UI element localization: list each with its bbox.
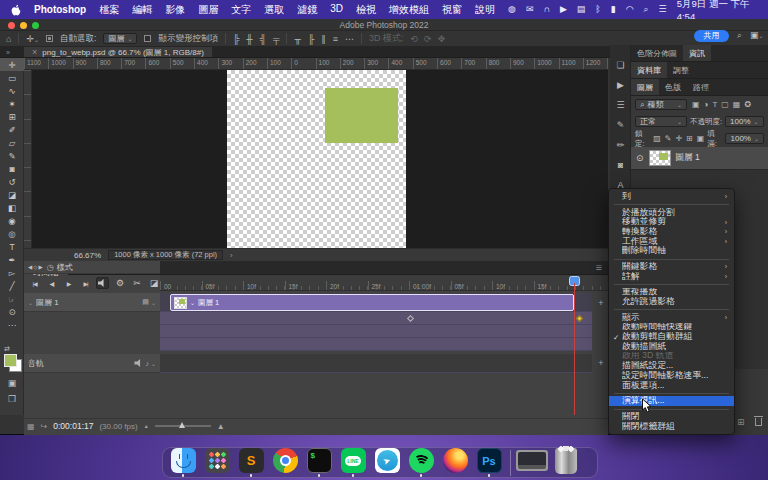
- align-top-icon[interactable]: ╤: [273, 34, 279, 44]
- property-track-header[interactable]: ◀◇▶ ◷ 樣式: [24, 261, 160, 274]
- dock-chrome[interactable]: [270, 448, 300, 477]
- lock-artboard-icon[interactable]: ⊞: [686, 134, 693, 143]
- transition-icon[interactable]: ◪: [147, 277, 160, 289]
- timeline-zoom-slider[interactable]: [155, 425, 211, 427]
- crop-tool[interactable]: ⊞: [0, 110, 24, 123]
- spotlight-icon[interactable]: ⌕: [644, 5, 649, 14]
- menubar-menu-item[interactable]: 選取: [264, 3, 284, 17]
- move-tool-preset-icon[interactable]: ✛⌄: [26, 34, 39, 44]
- context-menu-item[interactable]: ✓ 刪除時間軸 ›: [609, 246, 734, 256]
- prev-frame-button[interactable]: ◀|: [45, 277, 58, 289]
- dodge-tool[interactable]: ◎: [0, 227, 24, 240]
- context-menu-item[interactable]: ✓ ›: [614, 309, 729, 310]
- panel-tab[interactable]: 色階分佈圖: [631, 45, 683, 61]
- context-menu-item[interactable]: ✓ 啟動剪輯自動群組 ›: [609, 332, 734, 342]
- timeline-settings-gear-icon[interactable]: ⚙: [113, 277, 126, 289]
- more-options-icon[interactable]: ⋯: [345, 34, 354, 44]
- filter-smart-objects-icon[interactable]: ▦: [733, 100, 741, 109]
- path-selection-tool[interactable]: ▻: [0, 266, 24, 279]
- context-menu-item[interactable]: ✓ 設定時間軸影格速率... ›: [609, 371, 734, 381]
- dock-photoshop[interactable]: Ps: [474, 448, 504, 477]
- distribute-v-icon[interactable]: ╥: [294, 34, 300, 44]
- audio-speaker-icon[interactable]: [134, 359, 143, 367]
- context-menu-item[interactable]: ✓ 移動並修剪 ›: [609, 217, 734, 227]
- collapsed-panel-brushes-icon[interactable]: ❏: [610, 55, 631, 75]
- context-menu-item[interactable]: ✓ 關閉標籤群組 ›: [609, 422, 734, 432]
- menubar-menu-item[interactable]: 檔案: [99, 3, 119, 17]
- dock-spotify[interactable]: [406, 448, 436, 477]
- blend-mode-dropdown[interactable]: 正常⌄: [635, 116, 687, 127]
- context-menu-item[interactable]: ✓ 啟動描圖紙 ›: [609, 342, 734, 352]
- dock-finder[interactable]: [168, 448, 198, 477]
- audio-track-header[interactable]: 音軌 ♪⌄: [24, 354, 160, 373]
- play-status-icon[interactable]: ▶: [560, 5, 567, 14]
- context-menu-item[interactable]: ✓ 轉換影格 ›: [609, 227, 734, 237]
- context-menu-item[interactable]: ✓ ›: [614, 204, 729, 205]
- keyframe-navigator-icons[interactable]: ◀◇▶: [28, 264, 44, 270]
- tab-close-icon[interactable]: ×: [32, 47, 37, 57]
- layers-panel-layer-row[interactable]: ⊙ 圖層 1: [631, 147, 768, 169]
- new-layer-icon[interactable]: ⊞: [737, 417, 745, 427]
- lock-image-icon[interactable]: ✎: [665, 134, 672, 143]
- clone-stamp-tool[interactable]: ◙: [0, 162, 24, 175]
- dock-sublime-text[interactable]: S: [236, 448, 266, 477]
- align-left-icon[interactable]: ╠: [233, 34, 239, 44]
- quick-mask-button[interactable]: ▣: [0, 378, 24, 388]
- swap-colors-icon[interactable]: ⇄: [4, 345, 10, 353]
- panel-tab[interactable]: 資料庫: [631, 62, 667, 78]
- context-menu-item[interactable]: ✓ 啟用 3D 軌道 ›: [609, 352, 734, 362]
- edit-toolbar-button[interactable]: ⋯: [0, 318, 24, 331]
- context-menu-item[interactable]: ✓ 啟動時間軸快速鍵 ›: [609, 323, 734, 333]
- zoom-tool[interactable]: ⊙: [0, 305, 24, 318]
- headphones-icon[interactable]: ∩: [543, 5, 549, 14]
- dock-telegram[interactable]: ➤: [372, 448, 402, 477]
- render-video-icon[interactable]: ↪: [41, 422, 48, 431]
- go-first-frame-button[interactable]: |◀: [28, 277, 41, 289]
- chat-app-icon[interactable]: ✉: [526, 5, 534, 14]
- home-icon[interactable]: ⌂: [6, 34, 11, 44]
- distribute-h-icon[interactable]: ╟: [308, 34, 314, 44]
- share-button[interactable]: 共用: [694, 30, 729, 42]
- gradient-tool[interactable]: ◧: [0, 201, 24, 214]
- menubar-menu-item[interactable]: 圖層: [198, 3, 218, 17]
- context-menu-item[interactable]: ✓ ›: [614, 259, 729, 260]
- bluetooth-icon[interactable]: ᛒ: [595, 5, 600, 14]
- collapsed-panel-actions-icon[interactable]: ▶: [610, 75, 631, 95]
- context-menu-item[interactable]: ✓ 到 ›: [609, 192, 734, 202]
- filter-pixel-layers-icon[interactable]: ▣: [692, 100, 700, 109]
- filter-type-layers-icon[interactable]: T: [712, 100, 717, 109]
- layer-filter-dropdown[interactable]: ⌕ 種類⌄: [635, 99, 687, 110]
- dock-minimized-window[interactable]: [517, 450, 547, 475]
- healing-brush-tool[interactable]: ▱: [0, 136, 24, 149]
- timeline-zoom-in-icon[interactable]: ▲: [217, 422, 225, 431]
- dock-line[interactable]: LINE: [338, 448, 368, 477]
- context-menu-item[interactable]: ✓ 關鍵影格 ›: [609, 262, 734, 272]
- filter-toggle-icon[interactable]: ✪: [744, 100, 751, 109]
- pen-tool[interactable]: ✒: [0, 253, 24, 266]
- context-menu-item[interactable]: ✓ 註解 ›: [609, 272, 734, 282]
- collapsed-panel-clone-source-icon[interactable]: ◙: [610, 155, 631, 175]
- type-tool[interactable]: T: [0, 240, 24, 253]
- distribute-left-icon[interactable]: ∥: [321, 34, 326, 44]
- fill-field[interactable]: 100%⌄: [725, 133, 764, 144]
- split-at-playhead-icon[interactable]: ✂: [130, 277, 143, 289]
- dock-launchpad[interactable]: [202, 448, 232, 477]
- quick-selection-tool[interactable]: ✶: [0, 97, 24, 110]
- context-menu-item[interactable]: ✓ 描圖紙設定... ›: [609, 361, 734, 371]
- context-menu-item[interactable]: ✓ 關閉 ›: [609, 412, 734, 422]
- app-indicator-icon[interactable]: ◍: [508, 5, 516, 14]
- filter-adjustment-layers-icon[interactable]: ◑: [704, 100, 709, 109]
- menubar-menu-item[interactable]: 檢視: [356, 3, 376, 17]
- panel-tab[interactable]: 色版: [659, 79, 687, 95]
- menubar-menu-item[interactable]: 說明: [475, 3, 495, 17]
- shape-tool[interactable]: ╱: [0, 279, 24, 292]
- context-menu-item[interactable]: ✓ ›: [614, 409, 729, 410]
- next-frame-button[interactable]: ▶|: [79, 277, 92, 289]
- workspace-switcher-icon[interactable]: ▣⌄: [750, 30, 764, 40]
- layer-name[interactable]: 圖層 1: [676, 152, 700, 164]
- align-right-icon[interactable]: ╣: [260, 34, 266, 44]
- marquee-tool[interactable]: ▭: [0, 71, 24, 84]
- context-menu-item[interactable]: ✓ ›: [614, 393, 729, 394]
- layer-thumbnail[interactable]: [649, 150, 671, 166]
- layer-track-header[interactable]: ⌄ 圖層 1 ▤⌄: [24, 293, 160, 312]
